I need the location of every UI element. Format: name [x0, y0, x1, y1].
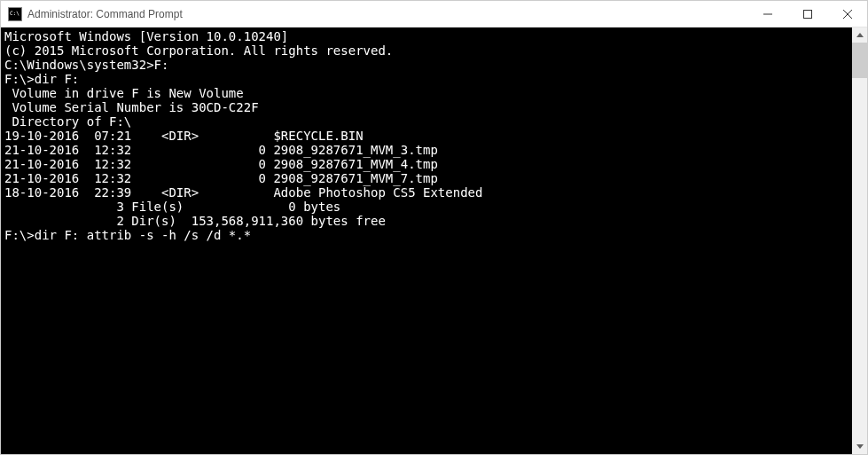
command-prompt-window: Administrator: Command Prompt Microsoft …	[0, 0, 868, 455]
terminal-area: Microsoft Windows [Version 10.0.10240](c…	[1, 27, 867, 454]
scrollbar[interactable]	[852, 27, 867, 454]
terminal-line: Microsoft Windows [Version 10.0.10240]	[4, 29, 848, 43]
terminal-line: 21-10-2016 12:32 0 2908_9287671_MVM_3.tm…	[4, 143, 848, 157]
terminal-line: Directory of F:\	[4, 114, 848, 129]
minimize-button[interactable]	[747, 1, 787, 27]
terminal-line: 3 File(s) 0 bytes	[4, 200, 848, 214]
svg-rect-1	[803, 10, 811, 18]
titlebar[interactable]: Administrator: Command Prompt	[1, 1, 867, 27]
close-button[interactable]	[827, 1, 867, 27]
window-title: Administrator: Command Prompt	[27, 8, 183, 20]
terminal-line: 2 Dir(s) 153,568,911,360 bytes free	[4, 214, 848, 228]
terminal-line: 19-10-2016 07:21 <DIR> $RECYCLE.BIN	[4, 129, 848, 143]
scroll-thumb[interactable]	[852, 43, 867, 78]
terminal-output[interactable]: Microsoft Windows [Version 10.0.10240](c…	[1, 27, 852, 454]
terminal-line: C:\Windows\system32>F:	[4, 58, 848, 72]
terminal-line: Volume in drive F is New Volume	[4, 86, 848, 100]
terminal-line: Volume Serial Number is 30CD-C22F	[4, 100, 848, 114]
scroll-up-button[interactable]	[852, 27, 867, 43]
maximize-button[interactable]	[787, 1, 827, 27]
terminal-line: (c) 2015 Microsoft Corporation. All righ…	[4, 43, 848, 58]
terminal-line: 18-10-2016 22:39 <DIR> Adobe Photoshop C…	[4, 185, 848, 200]
terminal-line: 21-10-2016 12:32 0 2908_9287671_MVM_7.tm…	[4, 171, 848, 185]
cmd-icon	[8, 7, 22, 21]
terminal-line: 21-10-2016 12:32 0 2908_9287671_MVM_4.tm…	[4, 157, 848, 171]
terminal-line: F:\>dir F: attrib -s -h /s /d *.*	[4, 228, 848, 242]
terminal-line: F:\>dir F:	[4, 72, 848, 86]
scroll-down-button[interactable]	[852, 439, 867, 454]
